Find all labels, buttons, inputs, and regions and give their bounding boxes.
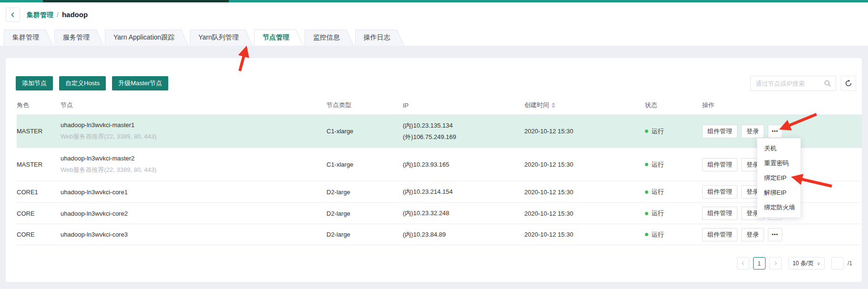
table-row-master1: MASTER uhadoop-ln3wvkci-master1 Web服务器推荐…: [17, 114, 862, 148]
menu-item-unbind-eip[interactable]: 解绑EIP: [757, 185, 800, 200]
cell-created: 2020-10-12 15:30: [524, 161, 645, 168]
tab-bar: 集群管理 服务管理 Yarn Application跟踪 Yarn队列管理 节点…: [4, 30, 405, 46]
menu-item-bind-firewall[interactable]: 绑定防火墙: [757, 200, 800, 215]
cell-created: 2020-10-12 15:30: [524, 189, 645, 196]
search-group: [750, 76, 856, 91]
status-dot: [645, 163, 648, 166]
tab-monitoring[interactable]: 监控信息: [305, 30, 354, 46]
cell-actions: 组件管理 登录 •••: [702, 125, 862, 138]
cell-created: 2020-10-12 15:30: [524, 128, 645, 135]
top-accent-bar: [0, 0, 868, 2]
cell-actions: 组件管理 登录 •••: [702, 228, 862, 241]
menu-item-bind-eip[interactable]: 绑定EIP: [757, 170, 800, 185]
refresh-button[interactable]: [841, 76, 856, 91]
cell-role: MASTER: [17, 161, 61, 168]
page-total-label: /1: [848, 260, 852, 267]
cell-role: MASTER: [17, 128, 61, 135]
cell-node-type: D2-large: [327, 189, 403, 196]
node-name: uhadoop-ln3wvkci-core1: [61, 189, 327, 196]
cell-node-type: D2-large: [327, 210, 403, 217]
chevron-left-icon: [741, 261, 745, 266]
component-manage-button[interactable]: 组件管理: [702, 228, 737, 241]
pagination-prev-button[interactable]: [737, 257, 749, 269]
tab-node-management[interactable]: 节点管理: [254, 30, 304, 46]
node-name: uhadoop-ln3wvkci-master2: [61, 155, 327, 162]
search-icon[interactable]: [824, 80, 831, 87]
status-label: 运行: [652, 209, 664, 218]
toolbar: 添加节点 自定义Hosts 升级Master节点: [16, 76, 168, 90]
table-row-core1: CORE1 uhadoop-ln3wvkci-core1 D2-large (内…: [17, 181, 862, 202]
status-dot: [645, 233, 648, 236]
more-actions-button[interactable]: •••: [768, 125, 782, 138]
node-name: uhadoop-ln3wvkci-core3: [61, 231, 327, 238]
status-dot: [645, 190, 648, 194]
pagination-next-button[interactable]: [769, 257, 782, 269]
tab-service-management[interactable]: 服务管理: [54, 30, 104, 46]
cell-node: uhadoop-ln3wvkci-master1 Web服务器推荐(22, 33…: [61, 121, 327, 141]
status-label: 运行: [652, 230, 664, 239]
ip-internal: (内)10.23.214.154: [403, 188, 524, 196]
breadcrumb-current-cluster: hadoop: [62, 10, 88, 19]
column-header-created[interactable]: 创建时间: [524, 101, 645, 110]
cell-node-type: D2-large: [327, 231, 403, 238]
pagination-page-1[interactable]: 1: [753, 257, 766, 269]
cell-role: CORE: [17, 210, 61, 217]
menu-item-reset-password[interactable]: 重置密码: [757, 156, 800, 170]
cell-created: 2020-10-12 15:30: [524, 210, 645, 217]
ip-internal: (内)10.23.135.134: [403, 121, 524, 130]
cell-node: uhadoop-ln3wvkci-core2: [61, 210, 327, 217]
chevron-left-icon: [10, 11, 16, 18]
node-table: 角色 节点 节点类型 IP 创建时间 状态 操作 MASTER uhadoop-…: [17, 96, 862, 245]
component-manage-button[interactable]: 组件管理: [702, 207, 737, 220]
tab-cluster-management[interactable]: 集群管理: [4, 30, 53, 46]
menu-item-shutdown[interactable]: 关机: [757, 141, 800, 156]
cell-ip: (内)10.23.84.89: [403, 230, 524, 239]
column-header-actions: 操作: [702, 101, 862, 110]
top-accent-bar-dark-segment: [43, 0, 229, 2]
breadcrumb-cluster-management[interactable]: 集群管理: [27, 11, 53, 20]
ip-internal: (内)10.23.84.89: [403, 230, 524, 239]
column-header-status: 状态: [645, 101, 702, 110]
tab-yarn-queue[interactable]: Yarn队列管理: [190, 30, 253, 46]
column-header-node-type: 节点类型: [327, 101, 403, 110]
more-actions-button[interactable]: •••: [768, 228, 782, 241]
ip-internal: (内)10.23.93.165: [403, 160, 524, 169]
component-manage-button[interactable]: 组件管理: [702, 185, 737, 199]
status-label: 运行: [652, 127, 664, 136]
custom-hosts-button[interactable]: 自定义Hosts: [59, 76, 106, 90]
cell-role: CORE1: [17, 189, 61, 196]
node-management-panel: 添加节点 自定义Hosts 升级Master节点 角色 节点 节点类型 IP 创…: [6, 58, 862, 282]
add-node-button[interactable]: 添加节点: [16, 76, 53, 90]
cell-ip: (内)10.23.214.154: [403, 188, 524, 196]
login-button[interactable]: 登录: [741, 228, 764, 241]
node-name: uhadoop-ln3wvkci-core2: [61, 210, 327, 217]
column-header-role: 角色: [17, 101, 61, 110]
status-label: 运行: [652, 160, 664, 169]
cell-status: 运行: [645, 188, 702, 196]
table-row-core2: CORE uhadoop-ln3wvkci-core2 D2-large (内)…: [17, 202, 862, 224]
status-dot: [645, 212, 648, 215]
search-input[interactable]: [756, 80, 824, 87]
status-label: 运行: [652, 188, 664, 196]
cell-node: uhadoop-ln3wvkci-master2 Web服务器推荐(22, 33…: [61, 155, 327, 174]
tab-operation-log[interactable]: 操作日志: [355, 30, 405, 46]
node-subtext: Web服务器推荐(22, 3389, 80, 443): [61, 166, 327, 174]
sort-icon[interactable]: [551, 102, 555, 108]
tab-yarn-application[interactable]: Yarn Application跟踪: [105, 30, 189, 46]
cell-status: 运行: [645, 230, 702, 239]
status-dot: [645, 130, 648, 133]
cell-role: CORE: [17, 231, 61, 238]
upgrade-master-button[interactable]: 升级Master节点: [112, 76, 168, 90]
component-manage-button[interactable]: 组件管理: [702, 125, 737, 138]
page-jump-input[interactable]: [831, 257, 844, 269]
cell-created: 2020-10-12 15:30: [524, 231, 645, 238]
back-button[interactable]: [6, 8, 20, 22]
login-button[interactable]: 登录: [741, 125, 764, 138]
cell-node: uhadoop-ln3wvkci-core3: [61, 231, 327, 238]
page-size-select[interactable]: 10 条/页 ∨: [788, 257, 825, 269]
cell-node: uhadoop-ln3wvkci-core1: [61, 189, 327, 196]
node-name: uhadoop-ln3wvkci-master1: [61, 121, 327, 129]
cell-node-type: C1-xlarge: [327, 161, 403, 168]
component-manage-button[interactable]: 组件管理: [702, 158, 737, 171]
chevron-down-icon: ∨: [817, 261, 820, 266]
